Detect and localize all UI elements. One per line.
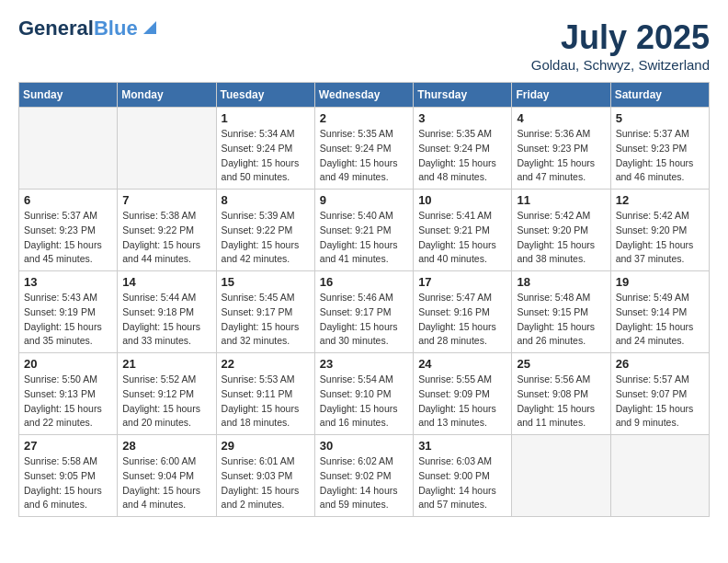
calendar-week-row: 20Sunrise: 5:50 AM Sunset: 9:13 PM Dayli…: [19, 353, 710, 435]
calendar-cell: 6Sunrise: 5:37 AM Sunset: 9:23 PM Daylig…: [19, 190, 118, 271]
day-number: 3: [418, 111, 506, 125]
day-number: 23: [320, 357, 408, 371]
calendar-cell: [19, 108, 118, 190]
day-info: Sunrise: 5:44 AM Sunset: 9:18 PM Dayligh…: [122, 291, 210, 349]
day-info: Sunrise: 6:01 AM Sunset: 9:03 PM Dayligh…: [222, 454, 310, 512]
day-info: Sunrise: 5:36 AM Sunset: 9:23 PM Dayligh…: [517, 127, 605, 185]
calendar-cell: 2Sunrise: 5:35 AM Sunset: 9:24 PM Daylig…: [314, 108, 413, 190]
day-info: Sunrise: 5:39 AM Sunset: 9:22 PM Dayligh…: [222, 209, 310, 267]
day-number: 24: [418, 357, 506, 371]
calendar-cell: [512, 435, 610, 517]
calendar-cell: 27Sunrise: 5:58 AM Sunset: 9:05 PM Dayli…: [19, 435, 118, 517]
weekday-header-row: SundayMondayTuesdayWednesdayThursdayFrid…: [19, 83, 710, 108]
logo: GeneralBlue: [18, 18, 156, 39]
weekday-header: Monday: [118, 83, 216, 108]
weekday-header: Thursday: [414, 83, 512, 108]
page-header: GeneralBlue July 2025 Goldau, Schwyz, Sw…: [18, 18, 710, 73]
calendar-cell: 17Sunrise: 5:47 AM Sunset: 9:16 PM Dayli…: [414, 271, 512, 353]
day-number: 25: [517, 357, 605, 371]
day-number: 6: [24, 193, 112, 207]
day-number: 30: [320, 439, 408, 453]
calendar-cell: 21Sunrise: 5:52 AM Sunset: 9:12 PM Dayli…: [118, 353, 216, 435]
day-number: 12: [616, 193, 704, 207]
weekday-header: Sunday: [19, 83, 118, 108]
day-info: Sunrise: 6:03 AM Sunset: 9:00 PM Dayligh…: [418, 454, 506, 512]
day-info: Sunrise: 5:38 AM Sunset: 9:22 PM Dayligh…: [122, 209, 210, 267]
day-number: 27: [24, 439, 112, 453]
calendar-cell: 7Sunrise: 5:38 AM Sunset: 9:22 PM Daylig…: [118, 190, 216, 271]
day-info: Sunrise: 5:55 AM Sunset: 9:09 PM Dayligh…: [418, 373, 506, 431]
calendar-cell: 3Sunrise: 5:35 AM Sunset: 9:24 PM Daylig…: [414, 108, 512, 190]
day-number: 14: [122, 275, 210, 289]
day-number: 22: [222, 357, 310, 371]
day-info: Sunrise: 5:46 AM Sunset: 9:17 PM Dayligh…: [320, 291, 408, 349]
day-info: Sunrise: 5:50 AM Sunset: 9:13 PM Dayligh…: [24, 373, 112, 431]
day-info: Sunrise: 5:35 AM Sunset: 9:24 PM Dayligh…: [418, 127, 506, 185]
day-info: Sunrise: 5:42 AM Sunset: 9:20 PM Dayligh…: [517, 209, 605, 267]
calendar-cell: [118, 108, 216, 190]
calendar-cell: 12Sunrise: 5:42 AM Sunset: 9:20 PM Dayli…: [610, 190, 709, 271]
calendar-cell: 8Sunrise: 5:39 AM Sunset: 9:22 PM Daylig…: [216, 190, 314, 271]
day-number: 15: [222, 275, 310, 289]
month-title: July 2025: [531, 18, 710, 57]
calendar-cell: 11Sunrise: 5:42 AM Sunset: 9:20 PM Dayli…: [512, 190, 610, 271]
day-number: 31: [418, 439, 506, 453]
weekday-header: Friday: [512, 83, 610, 108]
day-info: Sunrise: 5:47 AM Sunset: 9:16 PM Dayligh…: [418, 291, 506, 349]
svg-marker-0: [143, 21, 156, 34]
calendar-cell: 23Sunrise: 5:54 AM Sunset: 9:10 PM Dayli…: [314, 353, 413, 435]
day-info: Sunrise: 6:02 AM Sunset: 9:02 PM Dayligh…: [320, 454, 408, 512]
day-info: Sunrise: 5:34 AM Sunset: 9:24 PM Dayligh…: [222, 127, 310, 185]
day-info: Sunrise: 5:54 AM Sunset: 9:10 PM Dayligh…: [320, 373, 408, 431]
day-number: 8: [222, 193, 310, 207]
calendar-week-row: 13Sunrise: 5:43 AM Sunset: 9:19 PM Dayli…: [19, 271, 710, 353]
calendar-cell: 5Sunrise: 5:37 AM Sunset: 9:23 PM Daylig…: [610, 108, 709, 190]
weekday-header: Saturday: [610, 83, 709, 108]
day-number: 5: [616, 111, 704, 125]
day-number: 29: [222, 439, 310, 453]
day-number: 13: [24, 275, 112, 289]
weekday-header: Tuesday: [216, 83, 314, 108]
location: Goldau, Schwyz, Switzerland: [531, 57, 710, 73]
day-number: 4: [517, 111, 605, 125]
calendar-cell: 29Sunrise: 6:01 AM Sunset: 9:03 PM Dayli…: [216, 435, 314, 517]
title-block: July 2025 Goldau, Schwyz, Switzerland: [531, 18, 710, 73]
calendar-cell: 26Sunrise: 5:57 AM Sunset: 9:07 PM Dayli…: [610, 353, 709, 435]
day-number: 17: [418, 275, 506, 289]
calendar-cell: 22Sunrise: 5:53 AM Sunset: 9:11 PM Dayli…: [216, 353, 314, 435]
day-number: 7: [122, 193, 210, 207]
calendar-cell: [610, 435, 709, 517]
day-info: Sunrise: 5:49 AM Sunset: 9:14 PM Dayligh…: [616, 291, 704, 349]
calendar-cell: 18Sunrise: 5:48 AM Sunset: 9:15 PM Dayli…: [512, 271, 610, 353]
calendar-cell: 16Sunrise: 5:46 AM Sunset: 9:17 PM Dayli…: [314, 271, 413, 353]
calendar-week-row: 27Sunrise: 5:58 AM Sunset: 9:05 PM Dayli…: [19, 435, 710, 517]
day-number: 28: [122, 439, 210, 453]
weekday-header: Wednesday: [314, 83, 413, 108]
calendar-cell: 30Sunrise: 6:02 AM Sunset: 9:02 PM Dayli…: [314, 435, 413, 517]
calendar-cell: 25Sunrise: 5:56 AM Sunset: 9:08 PM Dayli…: [512, 353, 610, 435]
day-number: 20: [24, 357, 112, 371]
day-number: 26: [616, 357, 704, 371]
day-number: 9: [320, 193, 408, 207]
calendar-table: SundayMondayTuesdayWednesdayThursdayFrid…: [18, 82, 710, 517]
logo-icon: [140, 19, 156, 36]
day-info: Sunrise: 5:35 AM Sunset: 9:24 PM Dayligh…: [320, 127, 408, 185]
calendar-cell: 20Sunrise: 5:50 AM Sunset: 9:13 PM Dayli…: [19, 353, 118, 435]
day-info: Sunrise: 5:53 AM Sunset: 9:11 PM Dayligh…: [222, 373, 310, 431]
day-info: Sunrise: 6:00 AM Sunset: 9:04 PM Dayligh…: [122, 454, 210, 512]
calendar-cell: 28Sunrise: 6:00 AM Sunset: 9:04 PM Dayli…: [118, 435, 216, 517]
day-number: 1: [222, 111, 310, 125]
calendar-cell: 1Sunrise: 5:34 AM Sunset: 9:24 PM Daylig…: [216, 108, 314, 190]
day-info: Sunrise: 5:43 AM Sunset: 9:19 PM Dayligh…: [24, 291, 112, 349]
calendar-cell: 4Sunrise: 5:36 AM Sunset: 9:23 PM Daylig…: [512, 108, 610, 190]
day-info: Sunrise: 5:40 AM Sunset: 9:21 PM Dayligh…: [320, 209, 408, 267]
day-info: Sunrise: 5:42 AM Sunset: 9:20 PM Dayligh…: [616, 209, 704, 267]
calendar-cell: 9Sunrise: 5:40 AM Sunset: 9:21 PM Daylig…: [314, 190, 413, 271]
calendar-cell: 31Sunrise: 6:03 AM Sunset: 9:00 PM Dayli…: [414, 435, 512, 517]
calendar-cell: 14Sunrise: 5:44 AM Sunset: 9:18 PM Dayli…: [118, 271, 216, 353]
logo-text: GeneralBlue: [18, 18, 138, 39]
day-number: 18: [517, 275, 605, 289]
day-info: Sunrise: 5:57 AM Sunset: 9:07 PM Dayligh…: [616, 373, 704, 431]
day-info: Sunrise: 5:41 AM Sunset: 9:21 PM Dayligh…: [418, 209, 506, 267]
day-number: 19: [616, 275, 704, 289]
